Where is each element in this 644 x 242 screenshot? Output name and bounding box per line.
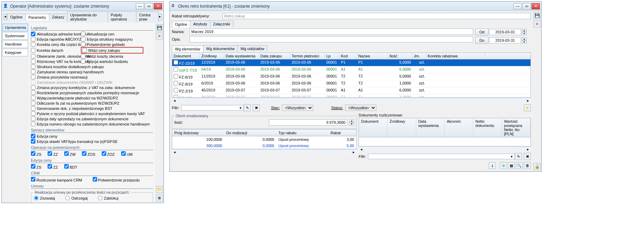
od-button[interactable]: Od (475, 29, 488, 35)
checkbox-row[interactable]: ZW (64, 151, 76, 156)
table-row[interactable]: FZ-10/1912/20192019-03-062019-03-062019-… (172, 59, 530, 66)
checkbox-row[interactable]: Odliczanie fa zal na potwierdzonym WZ/WZ… (31, 100, 153, 106)
tab-wg-elementow[interactable]: Wg elementów (172, 46, 203, 52)
checkbox-row[interactable]: ZZ (48, 151, 58, 156)
checkbox-row[interactable]: Rozdzielanie przyjmowanych zasobów pomię… (31, 90, 153, 95)
side-ksiegowe[interactable]: Księgowe (2, 49, 28, 56)
checkbox-row[interactable]: Widzi koszty zlecenia (81, 54, 143, 59)
od-date[interactable] (489, 29, 521, 35)
checkbox-row[interactable]: ZS (31, 151, 41, 156)
stan-select[interactable]: <Wszystkie> (282, 105, 313, 111)
list-button[interactable]: ≣ (156, 194, 163, 201)
tab-ogolne[interactable]: Ogólne (7, 14, 25, 20)
status-select[interactable]: <Wszystkie> (345, 105, 376, 111)
table-row[interactable]: 300,00000,0000Upust procentowy5,00 (172, 143, 356, 149)
radio-Ostrzegaj[interactable]: Ostrzegaj (65, 196, 87, 200)
tab-ogolne2[interactable]: Ogólne (172, 21, 190, 27)
filter-clear-icon[interactable]: ✖ (253, 104, 260, 111)
tab-parametry[interactable]: Parametry (25, 14, 49, 21)
checkbox-row[interactable]: BDT (64, 164, 77, 169)
checkbox-row[interactable]: UM (121, 151, 133, 156)
checkbox-row[interactable]: ZOZ (102, 151, 115, 156)
checkbox-row[interactable]: Edycja raportów ABC/XYZ (31, 37, 80, 42)
checkbox-row[interactable]: Otwieranie zamk. okresów retro (31, 54, 80, 59)
right-filter-clear-icon[interactable]: ✖ (524, 153, 531, 160)
tab-scroll-left[interactable]: ◂ (3, 14, 7, 20)
minimize-button[interactable]: — (513, 3, 522, 9)
checkbox-row[interactable]: ZS (31, 164, 41, 169)
checkbox-row[interactable]: Rozliczenie kampanii CRM (31, 177, 82, 182)
side-handlowe[interactable]: Handlowe (2, 40, 28, 48)
tool-add-icon[interactable]: ⊕ (500, 162, 507, 169)
checkbox-row[interactable]: Zmiana priorytetów rezerwacji (31, 74, 153, 80)
settlement-grid[interactable]: DokumentŹródłowyData wystawieniaAkronimN… (359, 118, 531, 146)
checkbox-row[interactable]: Edycja daty sprzedaży na zatwierdzonym d… (31, 116, 153, 121)
checkbox-row[interactable]: Edycja numeru obcego na zatwierdzonym do… (31, 121, 153, 127)
right-scrollbar-h[interactable]: ◂▸ (359, 146, 531, 152)
folder-button[interactable]: 📁 (156, 186, 163, 193)
maximize-button[interactable]: ▭ (145, 3, 153, 9)
checkbox-row[interactable]: Pytanie o ręczny podział płatności z wyo… (31, 111, 153, 116)
checkbox-row[interactable]: Potwierdzenie gotówki (81, 42, 143, 47)
checkbox-row[interactable]: Generowanie dok. z niepotwierdzonego BST (31, 106, 153, 111)
minimize-button[interactable]: — (136, 3, 144, 9)
od-up[interactable]: ▲ (522, 29, 527, 32)
filtr-input[interactable] (181, 105, 244, 111)
tab-atrybuty[interactable]: Atrybuty (190, 21, 210, 27)
thresholds-grid[interactable]: Próg ilościowyDo realizacjiTyp rabatuRab… (172, 129, 357, 149)
checkbox-row[interactable]: Struktura kosztów dodatkowych zakupu (31, 64, 153, 69)
thr-scrollbar-h[interactable]: ◂▸ (172, 149, 357, 155)
checkbox-row[interactable]: Różnicowy VAT na fa końcowej (31, 59, 80, 64)
checkbox-row[interactable]: ZZ (48, 164, 58, 169)
checkbox-row[interactable]: Potwierdzenie przejazdu (93, 177, 140, 182)
checkbox-row[interactable]: Zamykanie okresu operacji handlowych (31, 69, 153, 74)
do-down[interactable]: ▼ (522, 40, 527, 43)
right-filtr-input[interactable] (368, 154, 515, 159)
tab-zakazy[interactable]: Zakazy (49, 14, 67, 20)
save-button[interactable]: 💾 (534, 12, 541, 19)
opis-field[interactable] (190, 36, 473, 42)
save-button[interactable]: 💾 (156, 24, 163, 31)
close-button[interactable]: ✕ (154, 3, 162, 9)
tool-delete-icon[interactable]: 🗑 (524, 162, 531, 169)
checkbox-row[interactable]: Edycja stawki VAT/typu transakcji na (s)… (31, 139, 153, 144)
tool-search-icon[interactable]: 🔍 (516, 162, 523, 169)
side-uprawnienia[interactable]: Uprawnienia (2, 24, 28, 31)
radio-Zablokuj[interactable]: Zablokuj (98, 196, 118, 200)
tool-grid-icon[interactable]: ▦ (508, 162, 515, 169)
checkbox-row[interactable]: Korekta ceny dla części ilości (31, 42, 80, 47)
tab-centra-praw[interactable]: Centra praw (136, 11, 159, 22)
filter-edit-icon[interactable]: ✎ (244, 104, 251, 111)
checkbox-row[interactable]: Widzi ceny zakupu (82, 48, 142, 53)
table-row[interactable]: (s)FZ-7/1954/192019-03-062019-03-062019-… (172, 66, 530, 73)
bolt-icon[interactable]: ⚡ (524, 104, 531, 111)
table-row[interactable]: FZ-9/196/20192019-03-062019-03-062019-03… (172, 80, 530, 87)
tab-scroll-right[interactable]: ▸ (158, 14, 162, 20)
tab-zalaczniki[interactable]: Załączniki (210, 21, 233, 27)
ilosc-down[interactable]: ▼ (349, 122, 354, 126)
radio-Zezwalaj[interactable]: Zezwalaj (34, 196, 55, 200)
table-row[interactable]: 100,00000,0000Upust procentowy3,00 (172, 136, 356, 143)
ilosc-up[interactable]: ▲ (349, 119, 354, 122)
table-row[interactable]: PZ-2/1945/20192019-03-072019-03-072019-0… (172, 87, 530, 94)
checkbox-row[interactable]: Edycja wartości budżetu (81, 59, 143, 64)
lock-icon[interactable]: 🔒 (534, 163, 541, 170)
checkbox-row[interactable]: Wyłączanie/włączanie płatności na WZ/WZE… (31, 95, 153, 100)
checkbox-row[interactable]: ZOS (82, 151, 95, 156)
checkbox-row[interactable]: Korekta danych (31, 47, 80, 54)
checkbox-row[interactable]: Edycja ceny (31, 134, 153, 139)
maximize-button[interactable]: ▭ (522, 3, 531, 9)
do-up[interactable]: ▲ (522, 37, 527, 40)
right-filter-edit-icon[interactable]: ✎ (515, 153, 522, 160)
checkbox-row[interactable]: Aktualizacja adresów kontrah. (31, 31, 80, 37)
close-button[interactable]: ✕ (532, 3, 540, 9)
tool-down-icon[interactable]: ⤓ (489, 162, 496, 169)
checkbox-row[interactable]: Edycja struktury magazynu (81, 37, 143, 42)
ilosc-field[interactable] (269, 119, 348, 126)
side-systemowe[interactable]: Systemowe (2, 32, 28, 40)
tab-uprawnienia-atrybutow[interactable]: Uprawnienia do atrybutów (67, 11, 108, 22)
tab-wg-dokumentow[interactable]: Wg dokumentów (203, 45, 238, 52)
checkbox-row[interactable]: Aktualizacja cen (81, 31, 143, 37)
tab-wg-oddzialow[interactable]: Wg oddziałów (237, 45, 267, 52)
table-row[interactable]: FZ-8/1911/20192019-03-062019-03-062019-0… (172, 73, 530, 80)
